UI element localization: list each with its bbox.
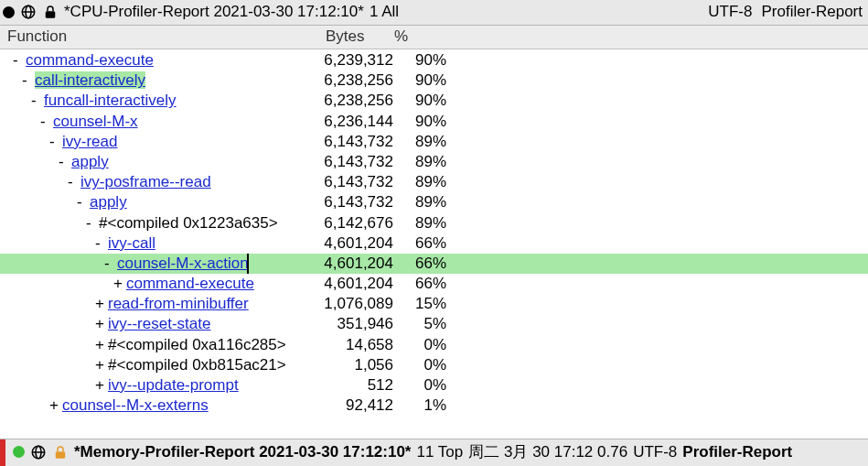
percent-cell: 89% [401, 172, 454, 192]
collapse-toggle-icon[interactable]: - [86, 213, 99, 233]
bottom-buffer-title: *Memory-Profiler-Report 2021-03-30 17:12… [74, 443, 412, 461]
function-cell[interactable]: - command-execute [0, 50, 285, 70]
profiler-tree[interactable]: - command-execute6,239,31290%- call-inte… [0, 49, 868, 439]
function-name: #<compiled 0xa116c285> [108, 336, 286, 353]
function-cell[interactable]: - #<compiled 0x1223a635> [0, 213, 285, 233]
expand-toggle-icon[interactable]: + [49, 396, 62, 416]
encoding-label: UTF-8 [708, 3, 752, 21]
function-name[interactable]: command-execute [126, 275, 254, 292]
function-name[interactable]: counsel-M-x-action [117, 255, 249, 272]
tree-row[interactable]: + ivy--update-prompt5120% [0, 375, 868, 396]
percent-cell: 0% [401, 335, 454, 355]
function-cell[interactable]: - counsel-M-x [0, 112, 285, 132]
expand-toggle-icon[interactable]: + [95, 314, 108, 334]
bytes-cell: 512 [285, 375, 401, 396]
function-name[interactable]: apply [90, 193, 127, 211]
percent-cell: 89% [401, 132, 454, 152]
tree-row[interactable]: - #<compiled 0x1223a635>6,142,67689% [0, 213, 868, 233]
bytes-cell: 6,238,256 [285, 91, 401, 111]
bottom-mode: Profiler-Report [682, 443, 792, 461]
collapse-toggle-icon[interactable]: - [13, 50, 26, 70]
tree-row[interactable]: + command-execute4,601,20466% [0, 274, 868, 294]
function-cell[interactable]: - counsel-M-x-action [0, 254, 285, 274]
percent-cell: 0% [401, 355, 454, 375]
function-name[interactable]: ivy-read [62, 133, 117, 150]
collapse-toggle-icon[interactable]: - [77, 192, 90, 212]
tree-row[interactable]: - apply6,143,73289% [0, 152, 868, 172]
expand-toggle-icon[interactable]: + [95, 294, 108, 314]
expand-toggle-icon[interactable]: + [95, 335, 108, 355]
tree-row[interactable]: - ivy-posframe--read6,143,73289% [0, 172, 868, 192]
function-name[interactable]: ivy--reset-state [108, 315, 210, 332]
function-cell[interactable]: + read-from-minibuffer [0, 294, 285, 314]
tree-row[interactable]: - funcall-interactively6,238,25690% [0, 91, 868, 111]
bytes-cell: 4,601,204 [285, 233, 401, 254]
percent-cell: 90% [401, 91, 454, 111]
collapse-toggle-icon[interactable]: - [40, 112, 53, 132]
bytes-cell: 6,142,676 [285, 213, 401, 233]
function-name[interactable]: apply [71, 153, 109, 170]
text-cursor-icon [247, 254, 249, 274]
modified-dot-icon [3, 6, 15, 18]
expand-toggle-icon[interactable]: + [95, 375, 108, 396]
globe-icon [20, 4, 37, 20]
tree-row[interactable]: + ivy--reset-state351,9465% [0, 314, 868, 334]
tree-row[interactable]: - ivy-read6,143,73289% [0, 132, 868, 152]
tree-row[interactable]: + read-from-minibuffer1,076,08915% [0, 294, 868, 314]
bytes-cell: 4,601,204 [285, 274, 401, 294]
function-cell[interactable]: - ivy-posframe--read [0, 172, 285, 192]
col-bytes[interactable]: Bytes [326, 27, 394, 46]
col-function[interactable]: Function [7, 27, 326, 46]
tree-row[interactable]: - command-execute6,239,31290% [0, 50, 868, 70]
function-name[interactable]: ivy-call [108, 234, 155, 252]
function-name[interactable]: call-interactively [35, 71, 145, 89]
function-cell[interactable]: - apply [0, 192, 285, 212]
collapse-toggle-icon[interactable]: - [68, 172, 80, 192]
function-name[interactable]: counsel-M-x [53, 113, 138, 130]
function-cell[interactable]: - ivy-read [0, 132, 285, 152]
function-name[interactable]: read-from-minibuffer [108, 295, 249, 312]
function-cell[interactable]: + #<compiled 0xb815ac21> [0, 355, 285, 375]
collapse-toggle-icon[interactable]: - [22, 70, 35, 91]
function-cell[interactable]: - apply [0, 152, 285, 172]
collapse-toggle-icon[interactable]: - [104, 254, 117, 274]
function-name: #<compiled 0xb815ac21> [108, 356, 286, 374]
tree-row[interactable]: - call-interactively6,238,25690% [0, 70, 868, 91]
function-cell[interactable]: - ivy-call [0, 233, 285, 254]
col-percent[interactable]: % [394, 27, 408, 46]
function-cell[interactable]: + counsel--M-x-externs [0, 396, 285, 416]
tree-row[interactable]: - counsel-M-x6,236,14490% [0, 112, 868, 132]
expand-toggle-icon[interactable]: + [113, 274, 126, 294]
function-name[interactable]: funcall-interactively [44, 92, 177, 109]
percent-cell: 0% [401, 375, 454, 396]
bytes-cell: 351,946 [285, 314, 401, 334]
collapse-toggle-icon[interactable]: - [49, 132, 62, 152]
function-cell[interactable]: - funcall-interactively [0, 91, 285, 111]
expand-toggle-icon[interactable]: + [95, 355, 108, 375]
tree-row[interactable]: - apply6,143,73289% [0, 192, 868, 212]
percent-cell: 89% [401, 152, 454, 172]
tree-row[interactable]: + #<compiled 0xb815ac21>1,0560% [0, 355, 868, 375]
function-name[interactable]: ivy--update-prompt [108, 376, 239, 394]
percent-cell: 15% [401, 294, 454, 314]
bytes-cell: 4,601,204 [285, 254, 401, 274]
collapse-toggle-icon[interactable]: - [95, 233, 108, 254]
function-cell[interactable]: + #<compiled 0xa116c285> [0, 335, 285, 355]
function-name[interactable]: ivy-posframe--read [80, 173, 211, 190]
tree-row[interactable]: - ivy-call4,601,20466% [0, 233, 868, 254]
bytes-cell: 1,076,089 [285, 294, 401, 314]
tree-row[interactable]: - counsel-M-x-action4,601,20466% [0, 254, 868, 274]
function-cell[interactable]: + command-execute [0, 274, 285, 294]
tree-row[interactable]: + #<compiled 0xa116c285>14,6580% [0, 335, 868, 355]
percent-cell: 89% [401, 213, 454, 233]
collapse-toggle-icon[interactable]: - [31, 91, 44, 111]
function-name[interactable]: command-execute [26, 51, 154, 69]
function-cell[interactable]: + ivy--update-prompt [0, 375, 285, 396]
function-cell[interactable]: - call-interactively [0, 70, 285, 91]
status-dot-icon [13, 446, 25, 458]
function-cell[interactable]: + ivy--reset-state [0, 314, 285, 334]
function-name[interactable]: counsel--M-x-externs [62, 396, 209, 414]
tree-row[interactable]: + counsel--M-x-externs92,4121% [0, 396, 868, 416]
percent-cell: 89% [401, 192, 454, 212]
collapse-toggle-icon[interactable]: - [59, 152, 71, 172]
